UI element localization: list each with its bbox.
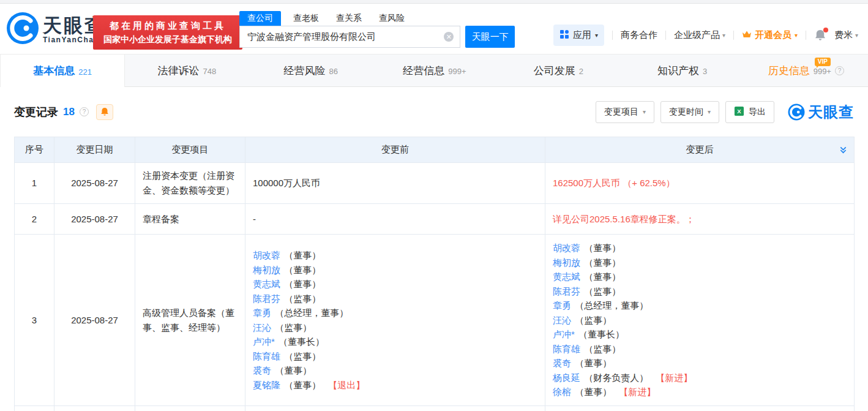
page-tab-label: 历史信息 [768,64,810,78]
notifications-bell-icon[interactable] [814,29,826,42]
nav-open-vip[interactable]: 开通会员 ▾ [742,29,798,41]
person-link[interactable]: 卢冲* [553,329,575,339]
page-tab[interactable]: 公司发展2 [496,55,620,86]
page-tab[interactable]: 法律诉讼748 [125,55,249,86]
change-entry: 陈君芬 （监事） [253,292,537,306]
nav-cooperation[interactable]: 商务合作 [621,29,657,41]
nav-enterprise[interactable]: 企业级产品 ▾ [674,29,725,41]
change-entry: 裘奇 （董事） [253,363,537,378]
page-tab-count: 3 [703,67,707,76]
page-tab[interactable]: 基本信息221 [0,55,125,87]
change-records-panel: 变更记录 18 ? 变更项目▾变更时间▾ X 导出 [0,87,868,411]
cell-change-item: 注册资本变更（注册资金、资金数额等变更） [135,163,245,204]
filter-dropdown-button[interactable]: 变更时间▾ [660,101,719,123]
subscribe-bell-button[interactable] [96,104,113,120]
nav-user-menu[interactable]: 费米 ▾ [834,29,858,41]
person-role: （董事） [272,365,312,375]
cell-after: 胡改蓉 （董事）梅初放 （董事）黄志斌 （董事）陈君芬 （监事）章勇 （总经理，… [545,235,855,406]
search-module: 查公司查老板查关系查风险 ✕ 天眼一下 [239,10,515,48]
page-tab-label: 公司发展 [534,64,575,78]
person-link[interactable]: 陈君芬 [553,286,580,296]
page-tab[interactable]: 经营风险86 [249,55,373,86]
page-tab-label: 经营风险 [283,64,325,78]
person-link[interactable]: 陈育雄 [253,351,280,361]
page-tab[interactable]: 知识产权3 [620,55,744,86]
slogan-line1: 都在用的商业查询工具 [110,20,226,32]
person-link[interactable]: 陈君芬 [253,293,280,304]
person-role: （董事） [282,279,321,289]
help-icon[interactable]: ? [835,66,844,75]
person-role: （总经理，董事） [272,307,348,318]
change-value: 详见公司2025.5.16章程修正案。； [553,214,695,224]
search-input[interactable] [240,32,444,42]
person-link[interactable]: 卢冲* [253,336,275,347]
page-tab[interactable]: VIP历史信息999+? [744,55,868,86]
chevron-down-icon: ▾ [643,108,646,115]
change-entry: 卢冲* （董事长） [253,334,537,349]
cell-after: 162500万人民币 （+ 62.5%） [545,163,855,204]
person-link[interactable]: 黄志斌 [253,279,280,289]
cell-change-item: 高级管理人员备案（董事、监事、经理等） [135,235,245,406]
tianyancha-logo-icon [6,12,39,47]
cell [545,406,855,411]
search-scope-tab[interactable]: 查公司 [239,11,281,26]
status-tag: 【新进】 [619,386,656,397]
collapse-double-chevron-icon[interactable] [839,145,848,154]
person-role: （监事） [572,315,612,325]
app-grid-icon [559,29,569,41]
crown-icon [742,30,752,40]
cell-index: 2 [15,204,54,235]
page-tab-count: 2 [579,67,583,76]
nav-divider [806,31,806,40]
page-tab[interactable]: 经营信息999+ [373,55,496,86]
change-entry: 杨良延 （财务负责人）【新进】 [553,371,847,385]
change-entry: 胡改蓉 （董事） [253,248,537,263]
person-link[interactable]: 胡改蓉 [553,243,580,253]
person-link[interactable]: 裘奇 [553,358,571,368]
page-tab-count: 86 [329,67,337,76]
filter-dropdown-button[interactable]: 变更项目▾ [596,101,654,123]
change-entry: 卢冲* （董事长） [553,327,847,342]
person-link[interactable]: 徐榕 [553,386,571,397]
column-header: 变更日期 [54,137,135,163]
help-icon[interactable]: ? [80,107,89,116]
person-link[interactable]: 黄志斌 [553,271,580,282]
person-link[interactable]: 汪沁 [253,322,271,333]
change-entry: 汪沁 （监事） [553,313,847,328]
person-link[interactable]: 胡改蓉 [253,250,280,260]
person-link[interactable]: 梅初放 [553,257,580,268]
page-tab-label: 知识产权 [657,64,699,78]
table-row: 22025-08-27章程备案-详见公司2025.5.16章程修正案。； [15,204,855,235]
person-role: （董事） [572,358,612,368]
person-role: （董事） [282,250,321,260]
person-link[interactable]: 杨良延 [553,372,580,383]
page-tab-label: 基本信息 [33,64,75,78]
person-link[interactable]: 章勇 [553,300,571,311]
cell-index: 3 [15,235,54,406]
person-link[interactable]: 裘奇 [253,365,271,375]
search-scope-tab[interactable]: 查关系 [336,11,362,26]
change-entry: 梅初放 （董事） [553,255,847,270]
change-entry: 徐榕 （董事）【新进】 [553,385,847,399]
person-link[interactable]: 章勇 [253,307,271,318]
person-role: （财务负责人） [582,372,648,383]
page-tab-label: 经营信息 [403,64,444,78]
person-link[interactable]: 汪沁 [553,315,571,325]
change-records-table: 序号变更日期变更项目变更前变更后 12025-08-27注册资本变更（注册资金、… [14,137,855,411]
search-scope-tab[interactable]: 查风险 [379,11,405,26]
change-entry: 梅初放 （董事） [253,263,537,277]
person-link[interactable]: 梅初放 [253,265,280,275]
filter-label: 变更时间 [669,107,703,118]
export-button[interactable]: X 导出 [725,101,774,123]
cell-before: 100000万人民币 [245,163,545,204]
search-scope-tab[interactable]: 查老板 [293,11,319,26]
nav-divider [612,31,613,40]
person-link[interactable]: 夏铭隆 [253,380,280,390]
nav-apps-label: 应用 [573,29,591,41]
status-tag: 【退出】 [328,380,365,390]
nav-apps[interactable]: 应用 ▾ [553,25,604,46]
person-link[interactable]: 陈育雄 [553,344,580,354]
search-button[interactable]: 天眼一下 [465,26,515,48]
clear-search-icon[interactable]: ✕ [444,32,454,42]
chevron-down-icon: ▾ [795,32,798,39]
